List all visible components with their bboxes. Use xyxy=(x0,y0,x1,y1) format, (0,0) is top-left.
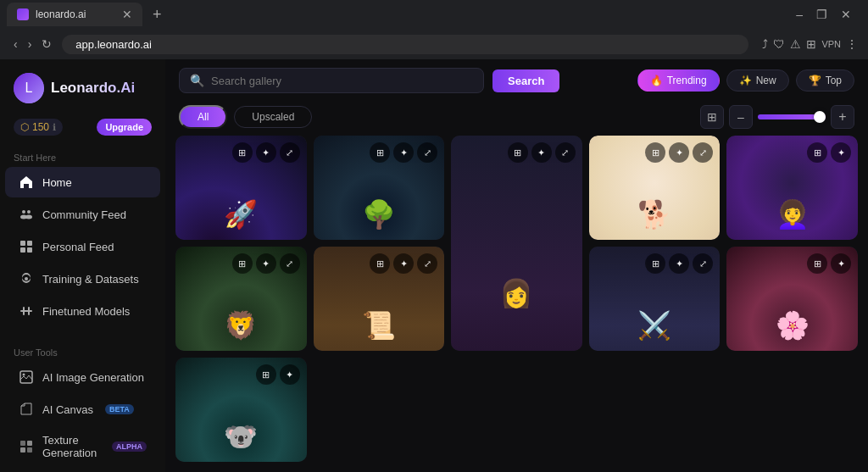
image-card-warrior[interactable]: ⊞ ✦ ⤢ xyxy=(589,247,721,351)
search-input[interactable] xyxy=(211,75,473,87)
alpha-badge: ALPHA xyxy=(112,441,147,452)
credits-info-icon[interactable]: ℹ xyxy=(53,122,56,133)
maximize-button[interactable]: ❐ xyxy=(813,8,831,21)
nav-buttons: ‹ › ↻ xyxy=(10,36,55,53)
plus-button[interactable]: + xyxy=(831,105,854,129)
forward-button[interactable]: › xyxy=(25,36,36,53)
image-card-rocket[interactable]: ⊞ ✦ ⤢ xyxy=(175,136,307,240)
view-controls: ⊞ – + xyxy=(700,105,854,129)
sidebar-item-community-feed[interactable]: Community Feed xyxy=(5,199,160,230)
image-card-tree[interactable]: ⊞ ✦ ⤢ xyxy=(314,136,445,240)
new-label: New xyxy=(756,75,776,86)
home-icon xyxy=(19,175,34,190)
image-card-flowers[interactable]: ⊞ ✦ xyxy=(726,247,858,351)
magic-icon-1[interactable]: ✦ xyxy=(256,142,276,163)
svg-rect-19 xyxy=(27,447,32,453)
url-input[interactable] xyxy=(62,35,748,54)
sidebar-item-training[interactable]: Training & Datasets xyxy=(5,264,160,294)
image-overlay-9: ⊞ ✦ xyxy=(726,247,858,280)
image-card-koala[interactable]: ⊞ ✦ xyxy=(175,358,307,462)
trophy-icon: 🏆 xyxy=(809,75,821,86)
sidebar-label-training: Training & Datasets xyxy=(42,273,139,286)
magic-icon-3[interactable]: ✦ xyxy=(531,142,552,163)
magic-icon-10[interactable]: ✦ xyxy=(280,364,300,385)
size-slider-thumb xyxy=(814,111,826,123)
fullscreen-icon-4[interactable]: ⤢ xyxy=(693,142,713,163)
image-card-lion[interactable]: ⊞ ✦ ⤢ xyxy=(175,247,307,351)
svg-rect-7 xyxy=(27,241,32,246)
tab-bar: leonardo.ai ✕ + – ❐ ✕ xyxy=(0,0,868,29)
fullscreen-icon-8[interactable]: ⤢ xyxy=(693,253,713,274)
magic-icon-2[interactable]: ✦ xyxy=(393,142,414,163)
tab-close-icon[interactable]: ✕ xyxy=(122,8,132,20)
expand-icon-3[interactable]: ⊞ xyxy=(508,142,528,163)
expand-icon-5[interactable]: ⊞ xyxy=(807,142,827,163)
expand-icon-7[interactable]: ⊞ xyxy=(370,253,390,274)
sidebar-item-ai-image[interactable]: AI Image Generation xyxy=(5,362,160,392)
extensions-icon[interactable]: ⊞ xyxy=(806,37,816,51)
credits-badge: ⬡ 150 ℹ xyxy=(14,119,63,136)
expand-icon-6[interactable]: ⊞ xyxy=(232,253,253,274)
top-filter[interactable]: 🏆 Top xyxy=(796,69,854,92)
minimize-button[interactable]: – xyxy=(793,8,806,21)
svg-point-3 xyxy=(27,210,31,214)
back-button[interactable]: ‹ xyxy=(10,36,21,53)
image-card-tablet[interactable]: ⊞ ✦ ⤢ xyxy=(314,247,445,351)
search-button[interactable]: Search xyxy=(492,69,559,92)
close-window-button[interactable]: ✕ xyxy=(837,8,854,21)
fire-icon: 🔥 xyxy=(650,75,663,86)
image-overlay-10: ⊞ ✦ xyxy=(175,358,307,391)
sidebar-label-texture: Texture Generation xyxy=(42,434,100,459)
svg-rect-17 xyxy=(27,441,32,446)
image-overlay-6: ⊞ ✦ ⤢ xyxy=(175,247,307,280)
expand-icon-9[interactable]: ⊞ xyxy=(807,253,827,274)
expand-icon-8[interactable]: ⊞ xyxy=(645,253,665,274)
fullscreen-icon-2[interactable]: ⤢ xyxy=(417,142,437,163)
credits-icon: ⬡ xyxy=(20,121,29,133)
fullscreen-icon-6[interactable]: ⤢ xyxy=(280,253,300,274)
magic-icon-8[interactable]: ✦ xyxy=(669,253,689,274)
trending-label: Trending xyxy=(667,75,707,86)
sidebar-label-community: Community Feed xyxy=(42,208,126,221)
sidebar-item-finetuned[interactable]: Finetuned Models xyxy=(5,296,160,326)
vpn-label[interactable]: VPN xyxy=(821,39,841,49)
magic-icon-5[interactable]: ✦ xyxy=(831,142,851,163)
expand-icon-4[interactable]: ⊞ xyxy=(645,142,665,163)
sidebar-label-finetuned: Finetuned Models xyxy=(42,305,130,318)
image-card-dog[interactable]: ⊞ ✦ ⤢ xyxy=(589,136,721,240)
magic-icon-9[interactable]: ✦ xyxy=(831,253,851,274)
tab-all[interactable]: All xyxy=(179,105,227,129)
sidebar-item-personal-feed[interactable]: Personal Feed xyxy=(5,231,160,262)
trending-filter[interactable]: 🔥 Trending xyxy=(637,69,720,92)
magic-icon-7[interactable]: ✦ xyxy=(393,253,414,274)
fullscreen-icon-1[interactable]: ⤢ xyxy=(280,142,300,163)
new-tab-button[interactable]: + xyxy=(146,6,169,24)
size-slider[interactable] xyxy=(758,114,826,119)
tab-upscaled[interactable]: Upscaled xyxy=(234,106,312,128)
image-overlay-4: ⊞ ✦ ⤢ xyxy=(589,136,721,169)
image-card-girl[interactable]: ⊞ ✦ xyxy=(726,136,858,240)
expand-icon-2[interactable]: ⊞ xyxy=(370,142,390,163)
sidebar-item-ai-canvas[interactable]: AI Canvas BETA xyxy=(5,394,160,425)
svg-point-2 xyxy=(22,210,25,214)
sidebar-item-texture[interactable]: Texture Generation ALPHA xyxy=(5,426,160,467)
active-tab[interactable]: leonardo.ai ✕ xyxy=(7,3,142,26)
upgrade-button[interactable]: Upgrade xyxy=(97,119,152,136)
share-icon[interactable]: ⤴ xyxy=(762,37,768,51)
magic-icon-4[interactable]: ✦ xyxy=(669,142,689,163)
menu-icon[interactable]: ⋮ xyxy=(846,37,858,51)
fullscreen-icon-3[interactable]: ⤢ xyxy=(555,142,576,163)
expand-icon-10[interactable]: ⊞ xyxy=(256,364,276,385)
image-card-woman[interactable]: ⊞ ✦ ⤢ xyxy=(451,136,582,351)
magic-icon-6[interactable]: ✦ xyxy=(256,253,276,274)
svg-rect-12 xyxy=(23,307,25,315)
sidebar-item-home[interactable]: Home xyxy=(5,167,160,197)
expand-icon-1[interactable]: ⊞ xyxy=(232,142,253,163)
credits-row: ⬡ 150 ℹ Upgrade xyxy=(0,114,165,146)
search-container: 🔍 xyxy=(179,68,484,93)
minus-button[interactable]: – xyxy=(729,105,753,129)
reload-button[interactable]: ↻ xyxy=(38,36,55,53)
new-filter[interactable]: ✨ New xyxy=(726,69,789,92)
grid-view-button[interactable]: ⊞ xyxy=(700,105,724,129)
fullscreen-icon-7[interactable]: ⤢ xyxy=(417,253,437,274)
